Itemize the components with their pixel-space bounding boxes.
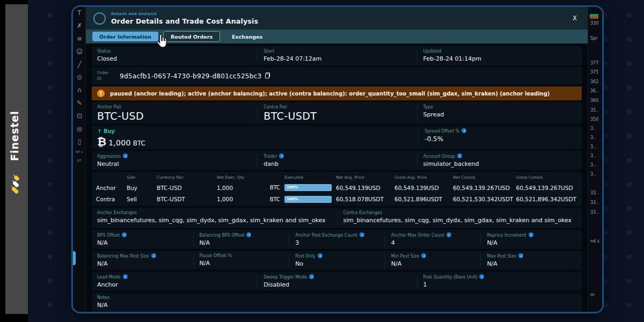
exchanges-row: Anchor Exchanges sim_binancefutures, sim… <box>92 208 582 228</box>
info-icon[interactable] <box>479 274 484 279</box>
emoji-tool-icon[interactable]: ☺ <box>73 48 86 55</box>
price-axis-value: 36.. <box>590 89 598 93</box>
info-icon[interactable] <box>123 153 128 158</box>
info-icon[interactable] <box>123 274 128 279</box>
table-cell-gross-avg: 60,549.139USD <box>394 185 453 191</box>
time-axis-fragment: nd s <box>590 239 599 244</box>
price-axis-value: 3.. <box>590 135 596 140</box>
table-row-name: Anchor <box>96 185 127 191</box>
brand-name: Finestel <box>9 85 25 187</box>
field-label: Reprice Increment <box>487 232 576 238</box>
pairs-row: Anchor Pair BTC-USD Contra Pair BTC-USDT… <box>92 102 582 124</box>
table-cell-gross-consid: 60,521,896.342USDT <box>516 196 577 202</box>
field-value: Disabled <box>264 281 416 288</box>
close-icon[interactable]: X <box>569 13 580 23</box>
info-icon[interactable] <box>246 232 251 237</box>
col-header-gross-avg-price: Gross Avg. Price <box>394 175 453 180</box>
side-quantity-row: ↑ Buy ₿ 1,000 BTC Spread Offset % -0.5% <box>92 126 582 149</box>
executed-progress-bar: 100% <box>284 184 332 191</box>
info-icon[interactable] <box>462 128 466 133</box>
field-label: Min Post Size <box>391 253 481 259</box>
field-value: Neutral <box>97 160 257 167</box>
field-label: Type <box>423 105 576 109</box>
table-cell-unit: BTC <box>264 185 284 191</box>
window-side-handle[interactable] <box>72 251 76 265</box>
text-tool-icon[interactable]: T <box>73 9 86 17</box>
price-axis-value: 375 <box>590 70 598 75</box>
info-icon[interactable] <box>309 274 314 279</box>
price-axis: 330 Spr 377 375 362 36.. 360 35.. 350 3.… <box>588 7 602 312</box>
dialog-titles: Details and analysis Order Details and T… <box>111 12 258 25</box>
balancing-bps-offset-field: Balancing BPS Offset N/A <box>193 232 289 246</box>
copy-icon[interactable] <box>265 72 270 78</box>
time-axis-fragment: m <box>590 292 595 297</box>
anchor-max-order-count-field: Anchor Max Order Count 4 <box>385 232 481 246</box>
warning-icon: ! <box>97 90 105 97</box>
info-icon[interactable] <box>318 253 323 258</box>
info-icon[interactable] <box>447 232 451 237</box>
info-icon[interactable] <box>279 153 284 158</box>
table-cell-qty: 1,000 <box>217 196 264 202</box>
zoom-tool-icon[interactable]: ⊙ <box>73 74 86 81</box>
field-label: Lead Mode <box>97 274 257 280</box>
order-id-value: 9d5acfb1-0657-4730-b929-d801cc525bc3 <box>120 72 270 80</box>
table-cell-net-consid: 60,549,139.267USD <box>453 185 516 191</box>
tab-routed-orders[interactable]: Routed Orders <box>163 31 220 42</box>
field-value: -0.5% <box>425 135 576 143</box>
info-icon[interactable] <box>360 232 364 237</box>
col-header-gross-consid: Gross Consid. <box>516 175 577 180</box>
balancing-max-post-size-field: Balancing Max Post Size N/A <box>97 253 193 267</box>
anchor-pair-field: Anchor Pair BTC-USD <box>97 105 257 122</box>
field-label: BPS Offset <box>97 232 193 238</box>
account-group-field: Account Group simulator_backend <box>417 153 576 167</box>
mouse-cursor-icon <box>154 33 169 49</box>
price-axis-value: 3.. <box>590 144 596 149</box>
field-label: Max Post Size <box>487 253 576 259</box>
table-cell-unit: BTC <box>264 196 284 202</box>
col-header-net-exec-qty: Net Exec. Qty <box>217 175 264 180</box>
price-axis-value: 33.. <box>590 210 598 215</box>
info-icon[interactable] <box>518 253 523 258</box>
price-axis-value: 3.. <box>590 163 596 167</box>
info-icon[interactable] <box>421 253 426 258</box>
col-header-net-avg-price: Net Avg. Price <box>336 175 394 180</box>
field-label: Start <box>264 49 416 54</box>
up-arrow-icon: ↑ <box>97 128 101 134</box>
eye-tool-icon[interactable]: ◎ <box>73 125 86 133</box>
parallel-lines-tool-icon[interactable]: ≡ <box>73 35 86 42</box>
col-header-currency-pair: Currency Pair <box>157 175 217 180</box>
bitcoin-icon: ₿ <box>97 135 106 148</box>
buy-quantity-field: ↑ Buy ₿ 1,000 BTC <box>97 128 418 148</box>
status-field: Status Closed <box>97 49 257 63</box>
field-value: Feb-28-24 07:12am <box>264 55 416 62</box>
info-icon[interactable] <box>457 153 462 158</box>
pencil-tool-icon[interactable]: ✎ <box>73 99 86 107</box>
info-icon[interactable] <box>529 232 533 237</box>
dialog-title: Order Details and Trade Cost Analysis <box>111 17 258 25</box>
warning-text: paused (anchor leading); active (anchor … <box>110 91 550 97</box>
min-post-size-field: Min Post Size N/A <box>385 253 481 267</box>
field-value: danb <box>264 160 416 167</box>
lock-tool-icon[interactable]: ⊡ <box>73 112 86 120</box>
crosshair-tool-icon[interactable]: ✗ <box>73 22 86 30</box>
tab-order-information[interactable]: Order Information <box>92 32 158 41</box>
field-value: N/A <box>487 239 576 246</box>
line-draw-tool-icon[interactable]: ╱ <box>73 61 86 68</box>
chart-corner-label: NT L <box>73 150 86 153</box>
aggression-row: Aggression Neutral Trader danb Account G… <box>92 151 582 170</box>
field-label: Balancing BPS Offset <box>200 232 289 238</box>
aggression-field: Aggression Neutral <box>97 153 257 167</box>
tab-exchanges[interactable]: Exchanges <box>225 32 269 41</box>
field-label: Order ID <box>97 70 113 82</box>
price-axis-value: 330 <box>590 21 598 26</box>
offsets-row: BPS Offset N/A Balancing BPS Offset N/A … <box>92 230 582 249</box>
pause-offset-field: Pause Offset % N/A <box>193 253 289 267</box>
field-label: Anchor Exchanges <box>97 210 337 215</box>
risk-quantity-field: Risk Quantity (Base Unit) 1 <box>417 274 576 288</box>
field-label: Account Group <box>423 153 576 159</box>
info-icon[interactable] <box>151 253 156 258</box>
trash-tool-icon[interactable]: ▯ <box>73 138 86 145</box>
info-icon[interactable] <box>122 232 127 237</box>
magnet-tool-icon[interactable]: ∩ <box>73 86 86 94</box>
dialog-body: Status Closed Start Feb-28-24 07:12am Up… <box>86 43 588 312</box>
